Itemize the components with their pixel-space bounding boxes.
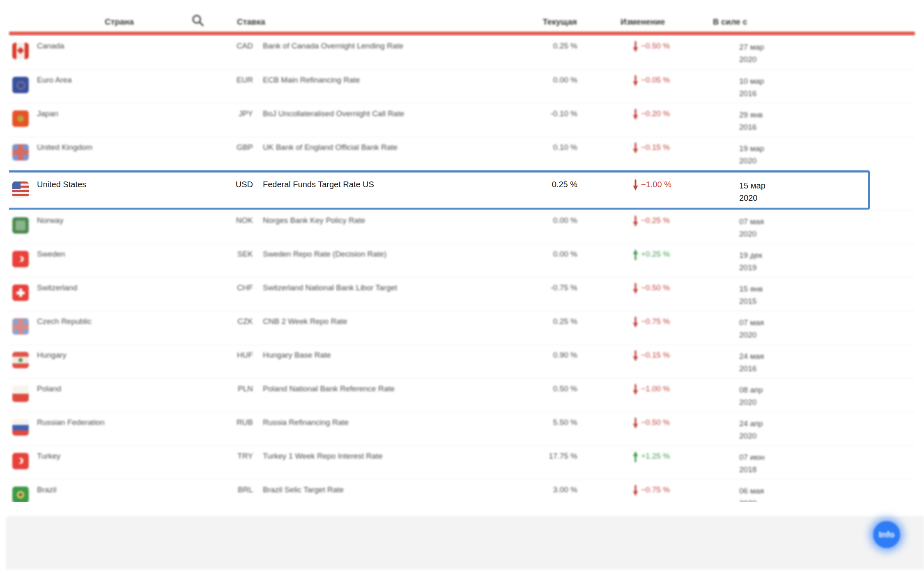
change-value: +0.25 % [641,249,670,259]
down-arrow-icon [633,41,638,55]
table-row[interactable]: NorwayNOKNorges Bank Key Policy Rate0.00… [9,210,915,243]
effective-date-line: 2020 [739,396,912,409]
rate-name: Norges Bank Key Policy Rate [253,210,540,243]
current-rate: 0.25 % [540,36,577,69]
info-button-label: Info [879,530,894,540]
change-value: −1.00 % [641,179,671,189]
effective-date-line: 19 мар [739,142,912,155]
euro-area-flag-icon [12,77,29,93]
effective-date: 15 мар2020 [701,173,868,207]
table-row[interactable]: Russian FederationRUBRussia Refinancing … [9,412,915,445]
country-name: Poland [29,379,226,412]
rate-name: BoJ Uncollateralised Overnight Call Rate [253,103,540,137]
country-name: Hungary [29,345,226,378]
rate-name: Bank of Canada Overnight Lending Rate [253,36,540,69]
change-value: +1.25 % [641,451,670,461]
table-row[interactable]: HungaryHUFHungary Base Rate0.90 %−0.15 %… [9,344,915,378]
info-button[interactable]: Info [873,521,900,548]
table-row[interactable]: TurkeyTRYTurkey 1 Week Repo Interest Rat… [9,445,915,479]
down-arrow-icon [633,179,638,193]
rate-change: −0.50 % [577,412,701,445]
down-arrow-icon [633,282,638,297]
norway-flag-icon [12,217,29,234]
currency-code: CAD [226,36,253,69]
effective-date: 27 мар2020 [701,36,912,69]
current-rate: 0.00 % [540,210,577,243]
change-value: −0.15 % [641,142,670,152]
table-row[interactable]: Euro AreaEURECB Main Refinancing Rate0.0… [9,69,915,103]
country-name: Brazil [29,480,226,502]
down-arrow-icon [633,108,638,123]
column-header-current[interactable]: Текущая [511,17,577,27]
flag-cell [12,244,29,277]
interest-rates-screen: Страна Ставка Текущая Изменение В силе с… [0,0,924,574]
change-value: −0.25 % [641,216,670,225]
table-row[interactable]: Czech RepublicCZKCNB 2 Week Repo Rate0.2… [9,311,915,344]
table-row[interactable]: SwedenSEKSweden Repo Rate (Decision Rate… [9,243,915,277]
currency-code: TRY [226,446,253,479]
column-header-rate[interactable]: Ставка [237,17,265,27]
change-value: −0.15 % [641,350,670,360]
effective-date-line: 2020 [739,228,912,240]
current-rate: -0.75 % [540,278,577,311]
rate-change: −1.00 % [577,379,701,412]
currency-code: CZK [226,311,253,344]
country-name: United Kingdom [29,137,226,170]
table-header: Страна Ставка Текущая Изменение В силе с [0,0,924,32]
down-arrow-icon [633,383,638,398]
rate-change: −0.75 % [577,480,701,502]
sweden-flag-icon [12,251,29,267]
effective-date-line: 2020 [739,192,868,204]
rate-name: Hungary Base Rate [253,345,540,378]
current-rate: 0.00 % [540,244,577,277]
table-row[interactable]: United StatesUSDFederal Funds Target Rat… [9,172,868,208]
russia-flag-icon [12,419,29,436]
table-row[interactable]: BrazilBRLBrazil Selic Target Rate3.00 %−… [9,479,915,502]
effective-date-line: 2019 [739,262,912,274]
effective-date-line: 2018 [739,464,912,476]
currency-code: EUR [226,70,253,103]
currency-code: JPY [226,103,253,137]
rate-change: −0.15 % [577,345,701,378]
current-rate: 0.90 % [540,345,577,378]
effective-date: 29 янв2016 [701,103,912,137]
country-name: Canada [29,36,226,69]
rate-name: ECB Main Refinancing Rate [253,70,540,103]
effective-date-line: 2016 [739,87,912,100]
effective-date-line: 07 мая [739,216,912,228]
rate-change: −0.25 % [577,210,701,243]
effective-date-line: 2016 [739,121,912,133]
column-header-country[interactable]: Страна [105,17,134,27]
highlighted-row-box: United StatesUSDFederal Funds Target Rat… [9,170,870,210]
hungary-flag-icon [12,352,29,368]
effective-date-line: 2015 [739,295,912,308]
table-row[interactable]: PolandPLNPoland National Bank Reference … [9,378,915,412]
effective-date-line: 2020 [739,53,912,66]
effective-date-line: 2020 [739,430,912,442]
effective-date-line: 06 мая [739,485,912,497]
effective-date-line: 29 янв [739,109,912,121]
effective-date-line: 15 янв [739,283,912,295]
brazil-flag-icon [12,487,29,502]
table-row[interactable]: SwitzerlandCHFSwitzerland National Bank … [9,277,915,311]
country-name: Sweden [29,244,226,277]
effective-date: 24 мая2016 [701,345,912,378]
rate-change: −0.75 % [577,311,701,344]
effective-date: 24 апр2020 [701,412,912,445]
rate-change: −0.20 % [577,103,701,137]
column-header-change[interactable]: Изменение [621,17,665,27]
table-row[interactable]: JapanJPYBoJ Uncollateralised Overnight C… [9,103,915,137]
effective-date: 08 апр2020 [701,379,912,412]
column-header-effective[interactable]: В силе с [713,17,747,27]
country-name: Turkey [29,446,226,479]
change-value: −0.20 % [641,109,670,119]
search-icon[interactable] [191,14,205,27]
rate-name: Russia Refinancing Rate [253,412,540,445]
down-arrow-icon [633,417,638,432]
united-kingdom-flag-icon [12,144,29,161]
table-row[interactable]: United KingdomGBPUK Bank of England Offi… [9,137,915,170]
czech-republic-flag-icon [12,318,29,335]
flag-cell [12,379,29,412]
down-arrow-icon [633,350,638,364]
table-row[interactable]: CanadaCADBank of Canada Overnight Lendin… [9,36,915,69]
